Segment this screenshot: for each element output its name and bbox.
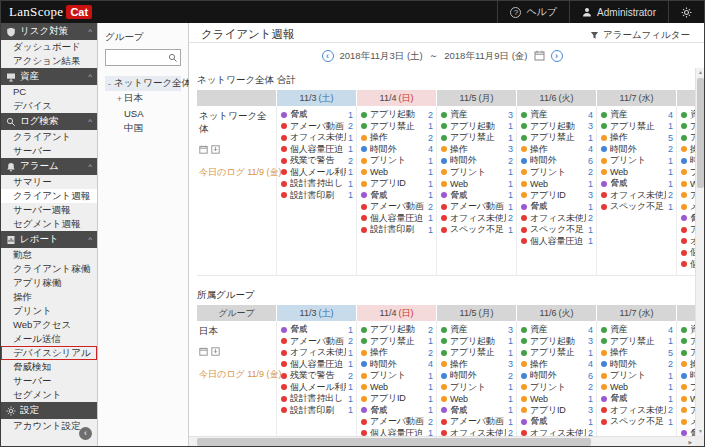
tree-item[interactable]: USA: [105, 106, 181, 121]
content-header: クライアント週報 アラームフィルター: [189, 23, 704, 43]
horizontal-scroll-thumb[interactable]: [197, 438, 591, 446]
day-header-cell[interactable]: 11/5(月): [437, 90, 516, 106]
sidebar-item[interactable]: サマリー: [1, 175, 97, 189]
calendar-icon[interactable]: [199, 342, 208, 360]
alarm-row[interactable]: スペック不足1: [439, 224, 516, 236]
alarm-row[interactable]: スペック不足1: [599, 201, 676, 213]
sidebar-item[interactable]: 勤怠: [1, 248, 97, 262]
settings-menu-button[interactable]: [668, 1, 704, 23]
alarm-row[interactable]: 設計書印刷1: [279, 190, 356, 202]
day-header-cell[interactable]: 11/6(火): [517, 90, 596, 106]
scroll-right-icon[interactable]: ▶: [686, 437, 695, 446]
sidebar-item[interactable]: クライアント週報: [1, 189, 97, 203]
sidebar-item[interactable]: クライアント稼働: [1, 262, 97, 276]
alarm-dot: [521, 238, 527, 244]
sidebar-section-header[interactable]: 設定: [1, 402, 97, 419]
day-header-cell[interactable]: 11/5(月): [437, 305, 516, 321]
help-button[interactable]: ? ヘルプ: [497, 1, 569, 23]
alarm-row[interactable]: 個人容量圧迫1: [519, 236, 596, 248]
sidebar-item[interactable]: サーバー: [1, 144, 97, 158]
sidebar-item[interactable]: サーバー週報: [1, 203, 97, 217]
sidebar-item[interactable]: 操作: [1, 290, 97, 304]
alarm-row[interactable]: プリント1: [599, 155, 676, 167]
alarm-row[interactable]: プリント: [679, 382, 695, 394]
sidebar-section-header[interactable]: アラーム^: [1, 158, 97, 175]
alarm-dot: [681, 169, 687, 175]
tree-item[interactable]: -ネットワーク全体: [105, 76, 181, 91]
sidebar-item[interactable]: セグメント: [1, 388, 97, 402]
tree-item[interactable]: 中国: [105, 121, 181, 136]
alarm-count: 1: [508, 348, 513, 358]
alarm-row[interactable]: プリント2: [519, 382, 596, 394]
sidebar-item[interactable]: ダッシュボード: [1, 40, 97, 54]
tree-item[interactable]: +日本: [105, 91, 181, 106]
sidebar-item[interactable]: アプリ稼働: [1, 276, 97, 290]
sidebar-item[interactable]: メール送信: [1, 332, 97, 346]
sidebar-item[interactable]: セグメント週報: [1, 217, 97, 231]
sidebar-item[interactable]: Webアクセス: [1, 318, 97, 332]
alarm-count: 1: [348, 382, 353, 392]
export-icon[interactable]: [211, 342, 220, 360]
alarm-row[interactable]: プリント2: [519, 167, 596, 179]
alarm-dot: [281, 181, 287, 187]
sidebar-item[interactable]: プリント: [1, 304, 97, 318]
day-header-cell[interactable]: 11/3(土): [277, 305, 356, 321]
scroll-up-icon[interactable]: ▲: [696, 68, 704, 77]
alarm-row[interactable]: 設計書印刷1: [279, 405, 356, 417]
prev-week-icon[interactable]: ‹: [322, 50, 334, 62]
sidebar-collapse-button[interactable]: ‹: [79, 427, 92, 440]
day-header-cell[interactable]: 11/4(日): [357, 90, 436, 106]
sidebar-item[interactable]: 脅威検知: [1, 360, 97, 374]
sidebar-section-header[interactable]: リスク対策^: [1, 23, 97, 40]
sidebar-item[interactable]: PC: [1, 85, 97, 99]
today-log-link[interactable]: 今日のログ 11/9 (金): [199, 369, 281, 379]
sidebar-item[interactable]: デバイス: [1, 99, 97, 113]
alarm-row[interactable]: 個人容量圧迫1: [359, 428, 436, 437]
sidebar-section-header[interactable]: ログ検索^: [1, 113, 97, 130]
alarm-row[interactable]: プリント: [679, 167, 695, 179]
day-header-cell[interactable]: 11/8: [677, 305, 695, 321]
sidebar-item[interactable]: アクション結果: [1, 54, 97, 68]
alarm-row[interactable]: プリント1: [439, 167, 516, 179]
alarm-filter-button[interactable]: アラームフィルター: [590, 29, 690, 42]
alarm-count: 2: [508, 213, 513, 223]
alarm-dot: [601, 327, 607, 333]
calendar-icon[interactable]: [199, 140, 208, 158]
day-header-cell[interactable]: 11/7(水): [597, 305, 676, 321]
gear-icon: [681, 7, 692, 18]
vertical-scroll-thumb[interactable]: [697, 78, 704, 188]
alarm-dot: [521, 181, 527, 187]
alarm-row[interactable]: スペック不足1: [599, 416, 676, 428]
day-header-cell[interactable]: 11/8: [677, 90, 695, 106]
alarm-row[interactable]: プリント1: [439, 382, 516, 394]
tree-expander-icon[interactable]: -: [105, 79, 114, 89]
sidebar-item[interactable]: デバイスシリアル: [1, 346, 97, 360]
next-week-icon[interactable]: ›: [551, 50, 563, 62]
sidebar-section-label: 資産: [20, 70, 39, 83]
export-icon[interactable]: [211, 140, 220, 158]
day-header-cell[interactable]: 11/4(日): [357, 305, 436, 321]
sidebar-section-header[interactable]: 資産^: [1, 68, 97, 85]
alarm-row[interactable]: プリント1: [359, 370, 436, 382]
vertical-scrollbar[interactable]: ▲ ▼: [695, 68, 704, 436]
alarm-row[interactable]: 脅威: [679, 428, 695, 437]
alarm-row[interactable]: オフィス未使用2: [519, 428, 596, 437]
scroll-down-icon[interactable]: ▼: [696, 427, 704, 436]
sidebar-section-header[interactable]: レポート^: [1, 231, 97, 248]
day-header-cell[interactable]: 11/7(水): [597, 90, 676, 106]
alarm-dot: [601, 373, 607, 379]
alarm-row[interactable]: 個人メール利用: [679, 259, 695, 271]
alarm-row[interactable]: プリント1: [359, 155, 436, 167]
alarm-row[interactable]: プリント1: [599, 370, 676, 382]
today-log-link[interactable]: 今日のログ 11/9 (金): [199, 167, 281, 177]
tree-expander-icon[interactable]: +: [115, 94, 124, 104]
day-header-cell[interactable]: 11/3(土): [277, 90, 356, 106]
alarm-row[interactable]: オフィス未使用2: [439, 428, 516, 437]
horizontal-scrollbar[interactable]: ▶: [189, 436, 695, 446]
sidebar-item[interactable]: サーバー: [1, 374, 97, 388]
day-header-cell[interactable]: 11/6(火): [517, 305, 596, 321]
calendar-icon[interactable]: [534, 50, 545, 63]
alarm-row[interactable]: 設計書印刷1: [359, 224, 436, 236]
sidebar-item[interactable]: クライアント: [1, 130, 97, 144]
user-menu[interactable]: Administrator: [569, 1, 668, 23]
